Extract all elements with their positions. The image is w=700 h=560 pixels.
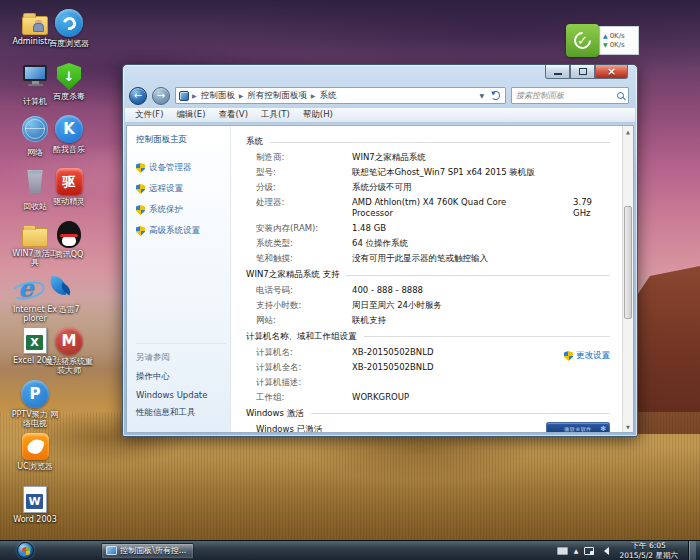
menu-help[interactable]: 帮助(H) (303, 109, 333, 121)
word-icon: W (23, 486, 47, 513)
scroll-up-arrow[interactable]: ▲ (623, 126, 633, 137)
ie-icon: e (11, 273, 41, 303)
desktop-icon-word[interactable]: W Word 2003 (11, 485, 59, 524)
desktop-icon-xunlei[interactable]: 迅雷7 (45, 273, 93, 314)
mofazhu-icon: M (55, 327, 83, 355)
shield-icon: ↓ (57, 63, 81, 90)
recycle-bin-icon (26, 170, 44, 193)
forward-button[interactable]: → (152, 87, 170, 105)
show-desktop-button[interactable] (688, 541, 696, 560)
rating-unavailable-link[interactable]: 系统分级不可用 (352, 182, 412, 193)
see-also-header: 另请参阅 (136, 352, 226, 364)
sidebar-item-remote-settings[interactable]: 远程设置 (136, 183, 226, 195)
scrollbar-thumb[interactable] (624, 206, 632, 319)
baidu-browser-icon (55, 9, 83, 37)
search-placeholder: 搜索控制面板 (516, 90, 613, 101)
cpu-speed: 3.79 GHz (573, 197, 610, 218)
vertical-scrollbar[interactable]: ▲ ▼ (622, 126, 633, 432)
start-button[interactable] (17, 542, 34, 559)
taskbar: 控制面板\所有控... ▲ 下午 6:05 2015/5/2 星期六 (0, 540, 700, 560)
uac-shield-icon (564, 351, 573, 361)
menu-edit[interactable]: 编辑(E) (177, 109, 206, 121)
desktop-icon-kuwo-music[interactable]: K 酷我音乐 (45, 114, 93, 154)
system-window: ← → ▶ 控制面板 ▶ 所有控制面板项 ▶ 系统 ▼ 搜索控制面板 文件(F)… (122, 64, 638, 437)
title-bar[interactable] (123, 65, 637, 84)
uac-shield-icon (136, 184, 145, 194)
info-row: 安装内存(RAM):1.48 GB (256, 223, 610, 234)
speed-panel: ▲0K/s ▼0K/s (599, 26, 639, 55)
desktop-icon-qq[interactable]: 腾讯QQ (45, 220, 93, 259)
change-settings-link[interactable]: 更改设置 (564, 350, 610, 362)
menu-bar: 文件(F) 编辑(E) 查看(V) 工具(T) 帮助(H) (125, 107, 635, 123)
desktop-icon-uc-browser[interactable]: UC浏览器 (11, 432, 59, 471)
menu-file[interactable]: 文件(F) (135, 109, 164, 121)
info-row: 系统类型:64 位操作系统 (256, 238, 610, 249)
breadcrumb-system[interactable]: 系统 (318, 90, 337, 102)
info-row: 型号:联想笔记本Ghost_Win7 SP1 x64 2015 装机版 (256, 167, 610, 178)
network-tray-icon[interactable] (584, 547, 594, 555)
clock-time: 下午 6:05 (619, 541, 678, 550)
section-title-computer-name: 计算机名称、域和工作组设置 (246, 331, 357, 343)
sidebar-item-windows-update[interactable]: Windows Update (136, 390, 226, 400)
info-row: 计算机名:XB-20150502BNLD (256, 347, 610, 358)
download-speed: 0K/s (610, 41, 625, 49)
info-row: 网站:联机支持 (256, 315, 610, 326)
maximize-button[interactable] (570, 65, 595, 79)
desktop-icon-mofazhu[interactable]: M 魔法猪系统重装大师 (45, 326, 93, 375)
scroll-down-arrow[interactable]: ▼ (623, 421, 633, 432)
desktop-icon-baidu-browser[interactable]: 百度浏览器 (45, 8, 93, 48)
download-arrow-icon: ▼ (603, 42, 608, 48)
sidebar-item-performance-tools[interactable]: 性能信息和工具 (136, 407, 226, 419)
address-dropdown-icon[interactable]: ▼ (477, 92, 486, 99)
menu-tools[interactable]: 工具(T) (261, 109, 290, 121)
search-box[interactable]: 搜索控制面板 (511, 87, 629, 104)
volume-icon[interactable] (600, 547, 609, 555)
desktop-icon-driver-genius[interactable]: 驱 驱动精灵 (45, 167, 93, 206)
section-title-support: WIN7之家精品系统 支持 (246, 269, 339, 281)
uac-shield-icon (136, 226, 145, 236)
show-hidden-icons-arrow[interactable]: ▲ (574, 547, 579, 554)
menu-view[interactable]: 查看(V) (219, 109, 248, 121)
breadcrumb-control-panel[interactable]: 控制面板 (200, 90, 236, 102)
back-button[interactable]: ← (129, 87, 147, 105)
sidebar-item-action-center[interactable]: 操作中心 (136, 371, 226, 383)
desktop-icon-pptv[interactable]: P PPTV聚力 网络电视 (11, 379, 59, 428)
kuwo-icon: K (55, 115, 83, 143)
upload-speed: 0K/s (610, 32, 625, 40)
navigation-bar: ← → ▶ 控制面板 ▶ 所有控制面板项 ▶ 系统 ▼ 搜索控制面板 (123, 84, 637, 107)
refresh-icon[interactable] (491, 91, 500, 100)
system-tray: ▲ 下午 6:05 2015/5/2 星期六 (557, 541, 700, 560)
address-bar[interactable]: ▶ 控制面板 ▶ 所有控制面板项 ▶ 系统 ▼ (175, 87, 506, 104)
breadcrumb-all-items[interactable]: 所有控制面板项 (246, 90, 308, 102)
close-button[interactable] (595, 65, 628, 79)
sidebar: 控制面板主页 设备管理器 远程设置 系统保护 高级系统设置 (127, 126, 231, 432)
sidebar-item-device-manager[interactable]: 设备管理器 (136, 162, 226, 174)
minimize-button[interactable] (545, 65, 570, 79)
info-row: 计算机全名:XB-20150502BNLD (256, 362, 610, 373)
net-speed-widget[interactable]: ✓ ▲0K/s ▼0K/s (566, 24, 639, 57)
control-panel-window-icon (106, 546, 117, 555)
check-circle-icon[interactable]: ✓ (566, 24, 599, 57)
control-panel-icon (179, 91, 189, 101)
info-row: 工作组:WORKGROUP (256, 392, 610, 403)
sidebar-item-control-panel-home[interactable]: 控制面板主页 (136, 134, 226, 146)
info-row: 电话号码:400 - 888 - 8888 (256, 285, 610, 296)
breadcrumb-separator: ▶ (192, 92, 197, 99)
uc-squirrel-icon (22, 433, 49, 460)
section-title-activation: Windows 激活 (246, 408, 304, 420)
qq-penguin-icon (57, 221, 81, 248)
xunlei-bird-icon (45, 273, 75, 303)
info-row: 支持小时数:周日至周六 24小时服务 (256, 300, 610, 311)
input-indicator-icon[interactable] (557, 547, 568, 555)
online-support-link[interactable]: 联机支持 (352, 315, 386, 326)
pptv-icon: P (21, 380, 49, 408)
sidebar-item-system-protection[interactable]: 系统保护 (136, 204, 226, 216)
minimize-icon (554, 73, 562, 75)
search-icon[interactable] (617, 92, 624, 99)
genuine-license-badge[interactable]: ✻ 微软®软件 正版授权 安全 稳定 放心 (546, 422, 610, 432)
excel-icon: X (23, 327, 47, 354)
taskbar-button-control-panel[interactable]: 控制面板\所有控... (101, 543, 194, 559)
sidebar-item-advanced-settings[interactable]: 高级系统设置 (136, 225, 226, 237)
clock[interactable]: 下午 6:05 2015/5/2 星期六 (615, 541, 682, 560)
desktop-icon-baidu-antivirus[interactable]: ↓ 百度杀毒 (45, 61, 93, 101)
